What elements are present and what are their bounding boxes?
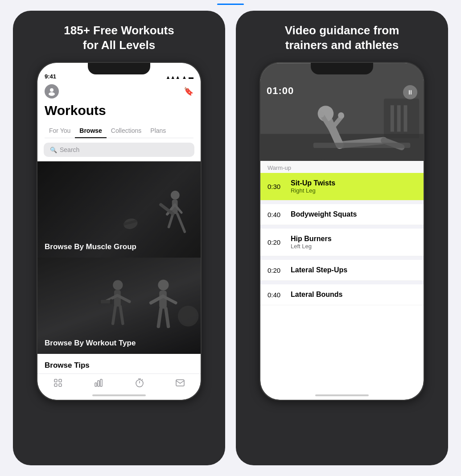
- browse-images-section: Browse By Muscle Group: [37, 161, 201, 373]
- signal-icon: ▲▲▲: [165, 74, 180, 80]
- tab-timer-icon: [134, 378, 145, 391]
- tab-stats-icon: [93, 378, 104, 391]
- exercise-time: 0:20: [268, 238, 284, 246]
- row-divider: [260, 281, 424, 284]
- exercise-info: Hip Burners Left Leg: [291, 235, 416, 250]
- pause-icon: ⏸: [407, 89, 413, 96]
- exercise-time: 0:30: [268, 183, 284, 190]
- svg-rect-42: [384, 98, 419, 138]
- svg-rect-32: [95, 383, 97, 386]
- svg-rect-54: [313, 143, 411, 148]
- svg-rect-29: [59, 379, 62, 382]
- svg-line-38: [142, 379, 143, 380]
- exercise-row[interactable]: 0:20 Hip Burners Left Leg: [260, 229, 424, 256]
- exercise-info: Bodyweight Squats: [291, 210, 416, 218]
- browse-tips-section: Browse Tips: [37, 354, 201, 373]
- svg-rect-44: [397, 105, 401, 131]
- side-button-power: [201, 134, 202, 165]
- tab-collections[interactable]: Collections: [107, 123, 146, 138]
- workout-type-overlay: Browse By Workout Type: [37, 258, 201, 354]
- avatar-icon: [47, 87, 56, 96]
- battery-icon: ▬: [189, 74, 193, 80]
- tab-bar-messages[interactable]: [160, 378, 201, 391]
- svg-rect-33: [98, 381, 99, 386]
- left-phone-card: 185+ Free Workouts for All Levels 9:41 ▲…: [13, 11, 225, 465]
- tab-bar-stats[interactable]: [78, 378, 119, 391]
- muscle-group-overlay: Browse By Muscle Group: [37, 161, 201, 258]
- pause-button[interactable]: ⏸: [403, 85, 417, 99]
- svg-point-52: [338, 112, 344, 119]
- bookmark-icon[interactable]: 🔖: [184, 86, 193, 96]
- left-iphone-frame: 9:41 ▲▲▲ ▲ ▬: [37, 62, 202, 401]
- workouts-page-title: Workouts: [45, 103, 193, 118]
- right-iphone-frame: 01:00 ⏸ Warm-up 0:30 Sit-Up Twists: [259, 62, 424, 401]
- svg-point-1: [49, 92, 55, 96]
- timer-display: 01:00: [267, 85, 294, 97]
- warmup-label: Warm-up: [260, 161, 424, 173]
- search-placeholder: Search: [60, 146, 79, 153]
- right-phone-card: Video guidance from trainers and athlete…: [236, 11, 448, 465]
- right-screen: 01:00 ⏸ Warm-up 0:30 Sit-Up Twists: [260, 63, 424, 400]
- avatar[interactable]: [45, 84, 59, 98]
- svg-rect-31: [59, 384, 62, 386]
- exercise-time: 0:20: [268, 267, 284, 274]
- svg-rect-28: [54, 379, 57, 382]
- notch: [88, 63, 150, 74]
- status-time: 9:41: [45, 73, 56, 80]
- svg-rect-39: [176, 380, 184, 386]
- exercise-name: Bodyweight Squats: [291, 210, 416, 218]
- exercise-info: Lateral Step-Ups: [291, 266, 416, 274]
- tab-for-you[interactable]: For You: [45, 123, 75, 138]
- exercise-name: Lateral Step-Ups: [291, 266, 416, 274]
- wifi-icon: ▲: [182, 74, 187, 80]
- svg-rect-34: [100, 379, 102, 386]
- video-section: 01:00 ⏸: [260, 63, 424, 161]
- tab-messages-icon: [175, 378, 185, 391]
- tabs-row: For You Browse Collections Plans: [45, 123, 193, 138]
- exercise-name: Lateral Bounds: [291, 291, 416, 299]
- svg-rect-30: [54, 384, 57, 386]
- exercise-name: Hip Burners: [291, 235, 416, 243]
- exercise-row[interactable]: 0:40 Lateral Bounds: [260, 284, 424, 305]
- search-icon: 🔍: [50, 147, 57, 153]
- browse-muscle-group-item[interactable]: Browse By Muscle Group: [37, 161, 201, 258]
- right-card-title: Video guidance from trainers and athlete…: [280, 23, 404, 52]
- tab-browse[interactable]: Browse: [75, 123, 107, 138]
- exercise-sub: Right Leg: [291, 187, 416, 194]
- exercise-info: Sit-Up Twists Right Leg: [291, 179, 416, 194]
- workouts-screen: 🔖 Workouts For You Browse Collections: [37, 63, 201, 400]
- svg-rect-43: [391, 105, 394, 131]
- right-home-indicator: [315, 394, 369, 396]
- status-icons: ▲▲▲ ▲ ▬: [165, 74, 193, 80]
- search-bar[interactable]: 🔍 Search: [44, 143, 194, 157]
- tab-plans[interactable]: Plans: [146, 123, 170, 138]
- top-indicator: [217, 4, 244, 5]
- exercise-name: Sit-Up Twists: [291, 179, 416, 187]
- page-wrapper: 185+ Free Workouts for All Levels 9:41 ▲…: [0, 0, 461, 476]
- exercise-info: Lateral Bounds: [291, 291, 416, 299]
- browse-tips-title: Browse Tips: [45, 361, 90, 369]
- avatar-bookmark-row: 🔖: [45, 84, 193, 98]
- home-indicator: [92, 394, 146, 396]
- browse-muscle-label: Browse By Muscle Group: [45, 242, 136, 251]
- right-side-button-power: [424, 134, 424, 165]
- svg-point-53: [318, 111, 325, 118]
- exercise-time: 0:40: [268, 291, 284, 299]
- tab-bar-home[interactable]: [37, 378, 78, 391]
- exercise-sub: Left Leg: [291, 243, 416, 250]
- svg-point-0: [50, 88, 54, 92]
- search-bar-container: 🔍 Search: [37, 138, 201, 161]
- tab-bar-timer[interactable]: [119, 378, 160, 391]
- browse-workout-label: Browse By Workout Type: [45, 339, 136, 348]
- exercise-row[interactable]: 0:30 Sit-Up Twists Right Leg: [260, 173, 424, 201]
- exercise-row[interactable]: 0:20 Lateral Step-Ups: [260, 260, 424, 281]
- exercise-time: 0:40: [268, 211, 284, 218]
- svg-rect-45: [403, 105, 407, 131]
- browse-workout-type-item[interactable]: Browse By Workout Type: [37, 258, 201, 354]
- exercise-row[interactable]: 0:40 Bodyweight Squats: [260, 204, 424, 225]
- left-screen: 9:41 ▲▲▲ ▲ ▬: [37, 63, 201, 400]
- right-notch: [311, 63, 373, 74]
- row-divider: [260, 256, 424, 260]
- row-divider: [260, 201, 424, 204]
- tab-home-icon: [53, 378, 63, 391]
